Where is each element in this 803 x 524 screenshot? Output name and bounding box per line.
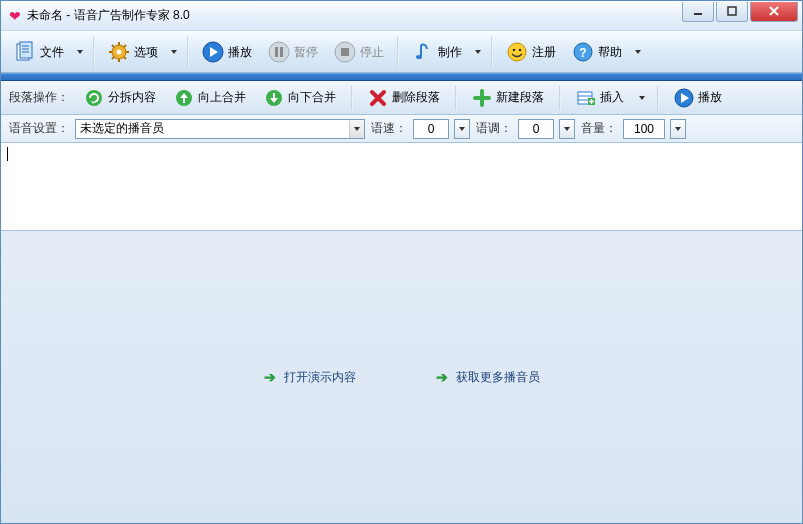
announcer-input[interactable] [76, 122, 349, 136]
volume-input[interactable] [624, 122, 664, 136]
svg-rect-20 [280, 47, 283, 57]
window-controls [680, 2, 798, 22]
svg-rect-22 [341, 48, 349, 56]
options-label: 选项 [134, 44, 158, 61]
make-dropdown[interactable] [471, 36, 485, 68]
play-icon [674, 88, 694, 108]
segment-label: 段落操作： [9, 89, 69, 106]
delete-segment-label: 删除段落 [392, 89, 440, 106]
blue-separator-bar [1, 73, 802, 81]
segment-separator [455, 86, 457, 110]
speed-input[interactable] [414, 122, 448, 136]
help-icon: ? [572, 41, 594, 63]
help-dropdown[interactable] [631, 36, 645, 68]
svg-rect-3 [20, 42, 32, 58]
toolbar-separator [187, 36, 189, 68]
help-label: 帮助 [598, 44, 622, 61]
file-dropdown[interactable] [73, 36, 87, 68]
segment-play-button[interactable]: 播放 [667, 85, 729, 111]
title-bar: ❤ 未命名 - 语音广告制作专家 8.0 [1, 1, 802, 31]
svg-point-8 [117, 50, 122, 55]
svg-point-24 [508, 43, 526, 61]
svg-text:?: ? [579, 46, 586, 60]
minimize-button[interactable] [682, 2, 714, 22]
svg-line-16 [124, 45, 126, 47]
register-label: 注册 [532, 44, 556, 61]
arrow-down-icon [264, 88, 284, 108]
insert-button[interactable]: 插入 [569, 85, 631, 111]
pause-button[interactable]: 暂停 [261, 36, 325, 68]
split-label: 分拆内容 [108, 89, 156, 106]
music-note-icon [412, 41, 434, 63]
stop-button[interactable]: 停止 [327, 36, 391, 68]
open-demo-label: 打开演示内容 [284, 369, 356, 386]
segment-play-label: 播放 [698, 89, 722, 106]
lower-panel: ➔ 打开演示内容 ➔ 获取更多播音员 [1, 231, 802, 523]
delete-x-icon [368, 88, 388, 108]
arrow-right-icon: ➔ [436, 369, 448, 385]
get-more-announcers-link[interactable]: ➔ 获取更多播音员 [436, 369, 540, 386]
text-cursor [7, 147, 8, 161]
pause-label: 暂停 [294, 44, 318, 61]
pitch-field[interactable] [518, 119, 554, 139]
options-dropdown[interactable] [167, 36, 181, 68]
merge-down-label: 向下合并 [288, 89, 336, 106]
help-button[interactable]: ? 帮助 [565, 36, 629, 68]
insert-label: 插入 [600, 89, 624, 106]
pitch-dropdown[interactable] [559, 119, 575, 139]
volume-dropdown[interactable] [670, 119, 686, 139]
speed-field[interactable] [413, 119, 449, 139]
delete-segment-button[interactable]: 删除段落 [361, 85, 447, 111]
merge-down-button[interactable]: 向下合并 [257, 85, 343, 111]
options-button[interactable]: 选项 [101, 36, 165, 68]
segment-separator [351, 86, 353, 110]
stop-icon [334, 41, 356, 63]
file-button[interactable]: 文件 [7, 36, 71, 68]
segment-toolbar: 段落操作： 分拆内容 向上合并 向下合并 删除段落 [1, 81, 802, 115]
register-button[interactable]: 注册 [499, 36, 563, 68]
pitch-input[interactable] [519, 122, 553, 136]
close-button[interactable] [750, 2, 798, 22]
open-demo-link[interactable]: ➔ 打开演示内容 [264, 369, 356, 386]
text-editor[interactable] [1, 143, 802, 231]
make-button[interactable]: 制作 [405, 36, 469, 68]
window-title: 未命名 - 语音广告制作专家 8.0 [27, 7, 680, 24]
refresh-icon [84, 88, 104, 108]
app-window: ❤ 未命名 - 语音广告制作专家 8.0 文件 [0, 0, 803, 524]
stop-label: 停止 [360, 44, 384, 61]
volume-field[interactable] [623, 119, 665, 139]
maximize-button[interactable] [716, 2, 748, 22]
arrow-right-icon: ➔ [264, 369, 276, 385]
split-button[interactable]: 分拆内容 [77, 85, 163, 111]
pitch-label: 语调： [476, 120, 512, 137]
svg-rect-1 [728, 7, 736, 15]
volume-label: 音量： [581, 120, 617, 137]
make-label: 制作 [438, 44, 462, 61]
main-toolbar: 文件 选项 播放 暂停 停止 [1, 31, 802, 73]
speed-dropdown[interactable] [454, 119, 470, 139]
speed-label: 语速： [371, 120, 407, 137]
svg-point-18 [269, 42, 289, 62]
svg-point-29 [86, 90, 102, 106]
table-insert-icon [576, 88, 596, 108]
merge-up-button[interactable]: 向上合并 [167, 85, 253, 111]
gear-icon [108, 41, 130, 63]
new-segment-label: 新建段落 [496, 89, 544, 106]
play-button[interactable]: 播放 [195, 36, 259, 68]
chevron-down-icon[interactable] [349, 120, 364, 138]
segment-separator [657, 86, 659, 110]
svg-point-23 [416, 55, 422, 59]
insert-dropdown[interactable] [635, 82, 649, 114]
play-label: 播放 [228, 44, 252, 61]
voice-settings-bar: 语音设置： 语速： 语调： 音量： [1, 115, 802, 143]
new-segment-button[interactable]: 新建段落 [465, 85, 551, 111]
svg-line-14 [124, 57, 126, 59]
plus-icon [472, 88, 492, 108]
file-label: 文件 [40, 44, 64, 61]
svg-line-15 [112, 57, 114, 59]
announcer-combo[interactable] [75, 119, 365, 139]
svg-point-25 [513, 49, 516, 52]
file-icon [14, 41, 36, 63]
smiley-icon [506, 41, 528, 63]
toolbar-separator [93, 36, 95, 68]
